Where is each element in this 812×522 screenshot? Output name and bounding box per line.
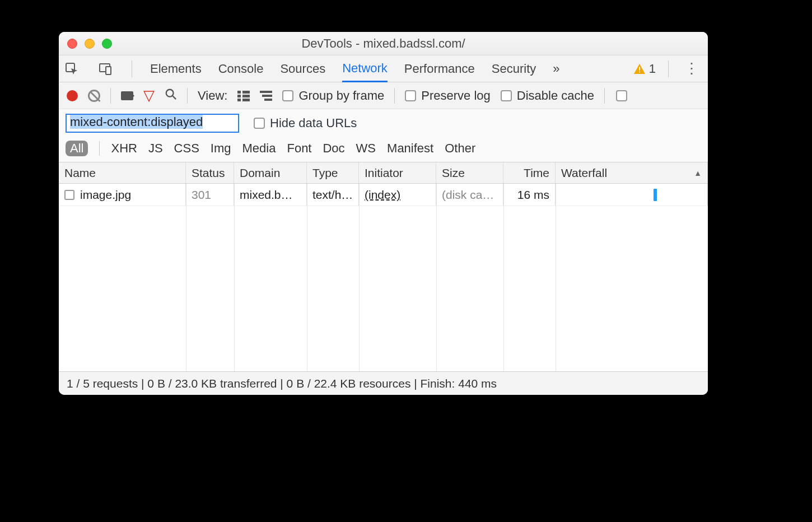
col-name-header[interactable]: Name <box>59 162 186 183</box>
window-title: DevTools - mixed.badssl.com/ <box>59 36 708 51</box>
tab-network[interactable]: Network <box>342 56 388 82</box>
request-name: image.jpg <box>80 188 131 202</box>
filter-bar: mixed-content:displayed Hide data URLs <box>59 109 708 137</box>
col-initiator-header[interactable]: Initiator <box>359 162 436 183</box>
table-body: image.jpg 301 mixed.b… text/h… (index) (… <box>59 184 708 371</box>
cell-status: 301 <box>186 184 234 206</box>
group-by-frame-label: Group by frame <box>298 88 384 103</box>
request-row[interactable]: image.jpg 301 mixed.b… text/h… (index) (… <box>59 184 708 206</box>
col-status-header[interactable]: Status <box>186 162 234 183</box>
disable-cache-label: Disable cache <box>517 88 594 103</box>
svg-rect-4 <box>639 71 640 72</box>
large-rows-view-icon[interactable] <box>237 91 250 101</box>
status-bar: 1 / 5 requests | 0 B / 23.0 KB transferr… <box>59 371 708 395</box>
filter-manifest[interactable]: Manifest <box>387 141 433 156</box>
checkbox-icon <box>405 90 416 101</box>
col-size-header[interactable]: Size <box>436 162 503 183</box>
cell-time: 16 ms <box>503 184 556 206</box>
separator <box>99 141 100 156</box>
separator <box>604 88 605 104</box>
close-window-button[interactable] <box>67 39 77 49</box>
tab-security[interactable]: Security <box>492 57 536 81</box>
devtools-window: DevTools - mixed.badssl.com/ Elements Co… <box>59 32 708 395</box>
cell-name: image.jpg <box>59 184 186 206</box>
cell-waterfall <box>556 184 708 206</box>
separator <box>132 60 132 77</box>
svg-rect-3 <box>639 67 640 70</box>
toggle-device-toolbar-icon[interactable] <box>97 60 114 77</box>
inspect-element-icon[interactable] <box>63 60 80 77</box>
tab-console[interactable]: Console <box>218 57 264 81</box>
tab-performance[interactable]: Performance <box>404 57 475 81</box>
warnings-count: 1 <box>649 62 656 76</box>
minimize-window-button[interactable] <box>85 39 95 49</box>
svg-point-5 <box>166 89 174 96</box>
clear-button[interactable] <box>88 90 100 102</box>
more-options-button[interactable]: ⋮ <box>681 60 702 77</box>
separator <box>110 88 111 104</box>
cell-domain: mixed.b… <box>234 184 307 206</box>
filter-all[interactable]: All <box>66 141 88 156</box>
separator <box>187 88 188 104</box>
filter-js[interactable]: JS <box>148 141 163 156</box>
warning-icon <box>633 63 646 74</box>
filter-other[interactable]: Other <box>445 141 475 156</box>
checkbox-icon <box>254 118 265 129</box>
window-titlebar: DevTools - mixed.badssl.com/ <box>59 32 708 55</box>
overview-view-icon[interactable] <box>260 91 272 101</box>
sort-asc-icon: ▲ <box>694 169 702 178</box>
filter-ws[interactable]: WS <box>356 141 376 156</box>
separator <box>394 88 395 104</box>
tab-elements[interactable]: Elements <box>150 57 202 81</box>
capture-screenshots-icon[interactable] <box>121 91 133 100</box>
waterfall-bar <box>654 189 657 201</box>
checkbox-icon <box>501 90 512 101</box>
status-text: 1 / 5 requests | 0 B / 23.0 KB transferr… <box>67 377 497 390</box>
svg-rect-2 <box>106 67 111 74</box>
view-label: View: <box>198 88 227 103</box>
separator <box>668 60 669 77</box>
grid-lines <box>59 184 708 371</box>
hide-data-urls-label: Hide data URLs <box>270 116 357 130</box>
cell-type: text/h… <box>307 184 359 206</box>
filter-css[interactable]: CSS <box>174 141 199 156</box>
record-button[interactable] <box>67 90 78 101</box>
offline-checkbox[interactable] <box>616 90 627 101</box>
col-domain-header[interactable]: Domain <box>234 162 307 183</box>
svg-line-6 <box>172 95 176 99</box>
window-controls <box>59 39 112 49</box>
filter-font[interactable]: Font <box>287 141 311 156</box>
tab-sources[interactable]: Sources <box>280 57 325 81</box>
col-waterfall-label: Waterfall <box>561 166 607 180</box>
checkbox-icon <box>282 90 293 101</box>
search-icon[interactable] <box>165 88 177 104</box>
col-type-header[interactable]: Type <box>307 162 359 183</box>
file-icon <box>64 190 74 200</box>
filter-xhr[interactable]: XHR <box>111 141 137 156</box>
filter-input[interactable]: mixed-content:displayed <box>66 114 239 133</box>
warnings-badge[interactable]: 1 <box>633 62 656 76</box>
resource-type-filter: All XHR JS CSS Img Media Font Doc WS Man… <box>59 137 708 162</box>
preserve-log-checkbox[interactable]: Preserve log <box>405 88 491 103</box>
cell-initiator[interactable]: (index) <box>359 184 436 206</box>
network-toolbar: ▽ View: Group by frame Preserve log Disa… <box>59 82 708 109</box>
disable-cache-checkbox[interactable]: Disable cache <box>501 88 594 103</box>
col-waterfall-header[interactable]: Waterfall ▲ <box>556 162 708 183</box>
hide-data-urls-checkbox[interactable]: Hide data URLs <box>254 116 357 130</box>
filter-doc[interactable]: Doc <box>323 141 344 156</box>
filter-img[interactable]: Img <box>211 141 231 156</box>
requests-table: Name Status Domain Type Initiator Size T… <box>59 162 708 371</box>
tabs-overflow-button[interactable]: » <box>553 57 559 81</box>
filter-value: mixed-content:displayed <box>70 115 203 129</box>
col-time-header[interactable]: Time <box>503 162 556 183</box>
group-by-frame-checkbox[interactable]: Group by frame <box>282 88 384 103</box>
filter-media[interactable]: Media <box>242 141 276 156</box>
filter-toggle-icon[interactable]: ▽ <box>143 87 155 104</box>
panel-tab-bar: Elements Console Sources Network Perform… <box>59 55 708 82</box>
preserve-log-label: Preserve log <box>421 88 491 103</box>
table-header: Name Status Domain Type Initiator Size T… <box>59 162 708 184</box>
zoom-window-button[interactable] <box>102 39 112 49</box>
cell-size: (disk ca… <box>436 184 503 206</box>
